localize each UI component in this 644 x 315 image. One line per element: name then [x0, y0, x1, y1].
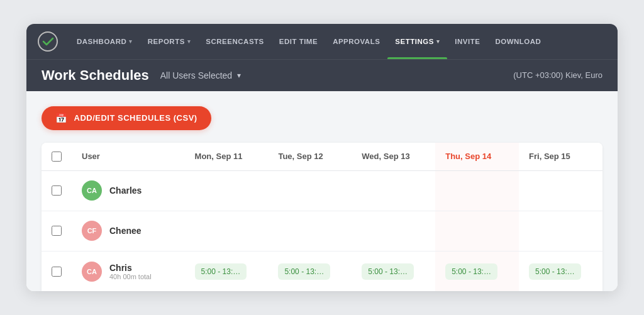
cell-chris-thu[interactable]: 5:00 - 13:…: [435, 251, 519, 291]
cell-chenee-mon[interactable]: [185, 211, 269, 251]
cell-chris-wed[interactable]: 5:00 - 13:…: [352, 251, 435, 291]
nav-item-settings[interactable]: SETTINGS ▾: [387, 24, 447, 59]
timezone-label: (UTC +03:00) Kiev, Euro: [513, 70, 602, 80]
user-cell-chenee: CF Chenee: [72, 211, 185, 251]
cell-chenee-wed[interactable]: [352, 211, 435, 251]
table-row: CA Charles: [42, 170, 602, 211]
nav-item-download[interactable]: DOWNLOAD: [487, 24, 548, 59]
nav-items: DASHBOARD ▾ REPORTS ▾ SCREENCASTS EDIT T…: [69, 24, 606, 59]
nav-item-dashboard[interactable]: DASHBOARD ▾: [69, 24, 140, 59]
th-wed: Wed, Sep 13: [352, 143, 435, 171]
chevron-down-icon: ▾: [237, 71, 241, 80]
svg-point-1: [38, 32, 57, 51]
chevron-down-icon: ▾: [187, 38, 191, 45]
add-edit-schedules-button[interactable]: 📅 ADD/EDIT SCHEDULES (CSV): [42, 106, 211, 130]
user-cell-charles: CA Charles: [72, 170, 185, 211]
row-checkbox[interactable]: [52, 185, 62, 196]
th-tue: Tue, Sep 12: [268, 143, 352, 171]
nav-item-approvals[interactable]: APPROVALS: [325, 24, 387, 59]
app-container: DASHBOARD ▾ REPORTS ▾ SCREENCASTS EDIT T…: [26, 24, 618, 292]
cell-chris-fri[interactable]: 5:00 - 13:…: [519, 251, 602, 291]
sub-header: Work Schedules All Users Selected ▾ (UTC…: [26, 59, 618, 91]
schedule-table: User Mon, Sep 11 Tue, Sep 12 Wed, Sep 13…: [42, 143, 602, 292]
avatar: CA: [82, 180, 102, 201]
calendar-icon: 📅: [55, 113, 68, 124]
th-checkbox: [42, 143, 72, 171]
nav-item-invite[interactable]: INVITE: [447, 24, 487, 59]
cell-charles-mon[interactable]: [185, 170, 269, 211]
cell-charles-wed[interactable]: [352, 170, 435, 211]
user-selector[interactable]: All Users Selected ▾: [160, 70, 241, 80]
nav-item-reports[interactable]: REPORTS ▾: [140, 24, 199, 59]
th-mon: Mon, Sep 11: [185, 143, 269, 171]
th-user: User: [72, 143, 185, 171]
cell-charles-thu[interactable]: [435, 170, 519, 211]
table-row: CF Chenee: [42, 211, 602, 251]
nav-logo[interactable]: [38, 31, 58, 52]
cell-chenee-fri[interactable]: [519, 211, 602, 251]
cell-charles-fri[interactable]: [519, 170, 602, 211]
avatar: CF: [82, 221, 102, 241]
nav-bar: DASHBOARD ▾ REPORTS ▾ SCREENCASTS EDIT T…: [26, 24, 618, 59]
user-name: Chenee: [109, 226, 142, 236]
cell-chris-tue[interactable]: 5:00 - 13:…: [268, 251, 352, 291]
nav-item-screencasts[interactable]: SCREENCASTS: [198, 24, 271, 59]
select-all-checkbox[interactable]: [52, 152, 62, 162]
user-hours: 40h 00m total: [109, 273, 152, 280]
th-thu: Thu, Sep 14: [435, 143, 519, 171]
cell-chris-mon[interactable]: 5:00 - 13:…: [185, 251, 269, 291]
user-cell-chris: CA Chris 40h 00m total: [72, 251, 185, 291]
page-title: Work Schedules: [42, 67, 149, 84]
user-name: Chris: [109, 263, 152, 273]
table-row: CA Chris 40h 00m total 5:00 - 13:…5:00 -…: [42, 251, 602, 291]
nav-item-edit-time[interactable]: EDIT TIME: [272, 24, 325, 59]
avatar: CA: [82, 262, 102, 282]
cell-chenee-thu[interactable]: [435, 211, 519, 251]
table-header-row: User Mon, Sep 11 Tue, Sep 12 Wed, Sep 13…: [42, 143, 602, 171]
chevron-down-icon: ▾: [129, 38, 133, 45]
cell-charles-tue[interactable]: [268, 170, 352, 211]
cell-chenee-tue[interactable]: [268, 211, 352, 251]
user-name: Charles: [109, 185, 142, 196]
row-checkbox[interactable]: [52, 226, 62, 236]
content-area: 📅 ADD/EDIT SCHEDULES (CSV) User Mon, Sep…: [26, 91, 618, 292]
row-checkbox[interactable]: [52, 267, 62, 277]
chevron-down-icon: ▾: [436, 38, 440, 45]
th-fri: Fri, Sep 15: [519, 143, 602, 171]
